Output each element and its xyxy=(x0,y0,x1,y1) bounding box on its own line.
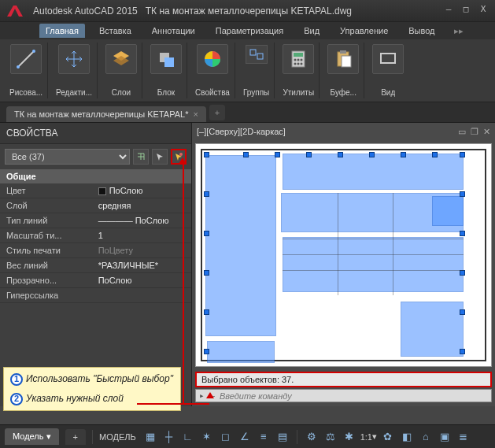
prop-row-lineweight[interactable]: Вес линий*РАЗЛИЧНЫЕ* xyxy=(0,258,191,273)
panel-title: СВОЙСТВА xyxy=(0,123,191,144)
svg-point-14 xyxy=(297,63,300,65)
polar-icon[interactable]: ✶ xyxy=(199,429,215,445)
ribbon-draw-label: Рисова... xyxy=(9,88,42,97)
ribbon-edit-label: Редакти... xyxy=(56,88,92,97)
tab-output[interactable]: Вывод xyxy=(402,24,441,38)
viewport-close-icon[interactable]: ✕ xyxy=(483,127,490,137)
tab-view[interactable]: Вид xyxy=(297,24,326,38)
svg-point-1 xyxy=(17,65,20,68)
selection-filter[interactable]: Все (37) xyxy=(5,149,130,165)
ribbon-layers-label: Слои xyxy=(112,88,131,97)
lineweight-icon[interactable]: ≡ xyxy=(256,429,272,445)
svg-point-13 xyxy=(294,63,297,65)
tab-parametric[interactable]: Параметризация xyxy=(209,24,290,38)
tab-home[interactable]: Главная xyxy=(39,24,85,38)
document-tab[interactable]: ТК на монтаж металлочерепицы KETAPAL* × xyxy=(6,106,206,122)
layout-tab-plus[interactable]: + xyxy=(65,429,86,445)
command-line[interactable]: ▸ – xyxy=(195,389,492,402)
svg-line-0 xyxy=(18,51,34,67)
callout-badge-2: 2 xyxy=(10,393,23,405)
scale-label[interactable]: 1:1 ▾ xyxy=(360,429,377,445)
hardware-icon[interactable]: ⌂ xyxy=(418,429,434,445)
svg-rect-17 xyxy=(340,50,346,54)
prop-row-layer[interactable]: Слойсредняя xyxy=(0,198,191,213)
ribbon-block[interactable]: Блок xyxy=(146,43,187,98)
paste-icon[interactable] xyxy=(327,44,359,74)
arrowhead-icon xyxy=(179,157,187,164)
svg-point-15 xyxy=(301,63,303,65)
canvas[interactable] xyxy=(195,143,492,367)
ribbon-utils-label: Утилиты xyxy=(283,88,314,97)
line-icon[interactable] xyxy=(10,44,42,74)
tab-annotations[interactable]: Аннотации xyxy=(146,24,201,38)
workspace-icon[interactable]: ⚙ xyxy=(304,429,320,445)
layout-tab-model[interactable]: Модель ▾ xyxy=(5,428,59,445)
ribbon: Рисова... Редакти... Слои Блок Свойства … xyxy=(0,39,495,102)
minimize-button[interactable]: — xyxy=(441,4,456,18)
block-icon[interactable] xyxy=(150,44,182,74)
document-tabs: ТК на монтаж металлочерепицы KETAPAL* × … xyxy=(0,102,495,123)
prop-row-linetype[interactable]: Тип линий———— ПоСлою xyxy=(0,213,191,228)
color-wheel-icon[interactable] xyxy=(197,44,228,74)
space-label[interactable]: МОДЕЛЬ xyxy=(99,432,136,442)
view-icon[interactable] xyxy=(372,44,404,74)
viewport-minimize-icon[interactable]: ▭ xyxy=(458,127,466,137)
isoviews-icon[interactable]: ◧ xyxy=(399,429,415,445)
ribbon-view-label: Вид xyxy=(381,88,395,97)
calculator-icon[interactable] xyxy=(283,44,314,74)
ribbon-groups-label: Группы xyxy=(243,88,269,97)
ribbon-tabs: Главная Вставка Аннотации Параметризация… xyxy=(0,22,495,39)
transparency-icon[interactable]: ▤ xyxy=(275,429,290,445)
prop-row-hyperlink[interactable]: Гиперссылка xyxy=(0,288,191,303)
otrack-icon[interactable]: ∠ xyxy=(237,429,253,445)
select-objects-icon[interactable] xyxy=(152,149,168,165)
ribbon-props[interactable]: Свойства xyxy=(190,43,235,98)
move-icon[interactable] xyxy=(58,44,90,74)
ortho-icon[interactable]: ∟ xyxy=(180,429,196,445)
prop-row-transparency[interactable]: Прозрачно...ПоСлою xyxy=(0,273,191,288)
group-icon[interactable] xyxy=(246,45,268,64)
more-tabs-icon[interactable]: ▸▸ xyxy=(454,26,464,36)
customize-icon[interactable]: ≣ xyxy=(456,429,471,445)
prop-row-color[interactable]: ЦветПоСлою xyxy=(0,183,191,198)
prop-row-ltscale[interactable]: Масштаб ти...1 xyxy=(0,228,191,243)
close-button[interactable]: X xyxy=(476,4,490,18)
status-bar: Модель ▾ + МОДЕЛЬ ▦ ┼ ∟ ✶ ◻ ∠ ≡ ▤ ⚙ ⚖ ✱ … xyxy=(0,424,495,448)
titlebar: Autodesk AutoCAD 2015 ТК на монтаж метал… xyxy=(0,0,495,22)
annovis-icon[interactable]: ✱ xyxy=(342,429,357,445)
close-tab-icon[interactable]: × xyxy=(193,109,198,119)
svg-rect-9 xyxy=(294,53,303,57)
maximize-button[interactable]: □ xyxy=(459,4,473,18)
tab-manage[interactable]: Управление xyxy=(334,24,394,38)
snap-icon[interactable]: ┼ xyxy=(161,429,177,445)
ribbon-edit[interactable]: Редакти... xyxy=(51,43,98,98)
gear-icon[interactable]: ✿ xyxy=(380,429,396,445)
ribbon-view[interactable]: Вид xyxy=(368,43,408,98)
app-logo[interactable] xyxy=(5,3,27,19)
document-tab-label: ТК на монтаж металлочерепицы KETAPAL* xyxy=(14,109,188,119)
arrowhead-icon xyxy=(206,392,214,398)
properties-table: ЦветПоСлою Слойсредняя Тип линий———— ПоС… xyxy=(0,183,191,303)
annoscale-icon[interactable]: ⚖ xyxy=(323,429,338,445)
drawing-viewport: [–][Сверху][2D-каркас] ▭ ❐ ✕ xyxy=(192,123,495,406)
view-label[interactable]: [–][Сверху][2D-каркас] xyxy=(197,127,286,136)
svg-point-20 xyxy=(179,153,183,156)
pickadd-icon[interactable] xyxy=(133,149,149,165)
command-input[interactable] xyxy=(220,391,488,401)
ribbon-layers[interactable]: Слои xyxy=(101,43,142,98)
viewport-restore-icon[interactable]: ❐ xyxy=(471,127,478,137)
ribbon-clipboard[interactable]: Буфе... xyxy=(323,43,364,98)
callout-badge-1: 1 xyxy=(10,373,23,386)
tab-insert[interactable]: Вставка xyxy=(93,24,138,38)
properties-panel: СВОЙСТВА Все (37) Общие ЦветПоСлою Слойс… xyxy=(0,123,192,406)
svg-rect-4 xyxy=(164,57,174,67)
cleanscreen-icon[interactable]: ▣ xyxy=(437,429,453,445)
ribbon-utils[interactable]: Утилиты xyxy=(278,43,320,98)
grid-icon[interactable]: ▦ xyxy=(142,429,158,445)
new-tab-button[interactable]: + xyxy=(209,105,225,120)
ribbon-groups[interactable]: Группы xyxy=(238,43,275,98)
prop-row-plotstyle[interactable]: Стиль печатиПоЦвету xyxy=(0,243,191,258)
ribbon-draw[interactable]: Рисова... xyxy=(5,43,48,98)
osnap-icon[interactable]: ◻ xyxy=(218,429,234,445)
layers-icon[interactable] xyxy=(105,44,137,74)
